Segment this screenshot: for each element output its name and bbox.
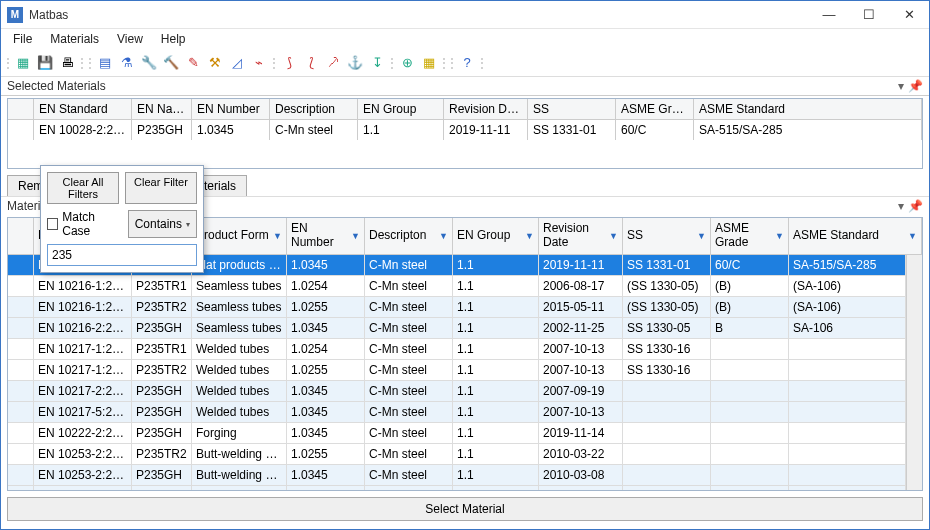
- filter-icon[interactable]: ▼: [775, 231, 784, 241]
- filter-icon[interactable]: ▼: [439, 231, 448, 241]
- cell: [789, 339, 906, 359]
- col-en-group[interactable]: EN Group▼: [453, 218, 539, 254]
- cell: [789, 381, 906, 401]
- panel-dropdown-icon[interactable]: ▾: [898, 79, 904, 93]
- table-row[interactable]: EN 10216-1:2013P235TR1Seamless tubes1.02…: [8, 276, 906, 297]
- cell: [789, 486, 906, 490]
- row-handle: [8, 255, 34, 275]
- table-row[interactable]: EN 10253-2:2007P235TR2Butt-welding pipe …: [8, 444, 906, 465]
- sel-col-en-standard[interactable]: EN Standard: [34, 99, 132, 119]
- angle-icon[interactable]: ◿: [227, 53, 247, 73]
- clear-filter-button[interactable]: Clear Filter: [125, 172, 197, 204]
- sel-col-description[interactable]: Description: [270, 99, 358, 119]
- col-ss[interactable]: SS▼: [623, 218, 711, 254]
- toolbar-grip-3-icon: ⋮: [449, 53, 455, 73]
- cell: Bar: [192, 486, 287, 490]
- materials-panel-dropdown-icon[interactable]: ▾: [898, 199, 904, 213]
- cell: C-Mn steel: [365, 255, 453, 275]
- cell: EN 10222-2:2017: [34, 423, 132, 443]
- sel-cell-en-standard: EN 10028-2:2017: [34, 120, 132, 140]
- menu-file[interactable]: File: [5, 30, 40, 48]
- materials-panel-pin-icon[interactable]: 📌: [908, 199, 923, 213]
- cell: 1.1: [453, 423, 539, 443]
- row-handle: [8, 381, 34, 401]
- selected-materials-panel-header: Selected Materials ▾ 📌: [1, 77, 929, 96]
- menu-view[interactable]: View: [109, 30, 151, 48]
- table-row[interactable]: EN 10217-5:2005P235GHWelded tubes1.0345C…: [8, 402, 906, 423]
- filter-icon[interactable]: ▼: [525, 231, 534, 241]
- menu-materials[interactable]: Materials: [42, 30, 107, 48]
- table-row[interactable]: EN 10273:2016P235GHBar1.0345C-Mn steel1.…: [8, 486, 906, 490]
- cell: 2002-11-25: [539, 318, 623, 338]
- cell: EN 10217-1:2005: [34, 339, 132, 359]
- sel-col-asme-standard[interactable]: ASME Standard: [694, 99, 922, 119]
- selected-grid-row[interactable]: EN 10028-2:2017 P235GH 1.0345 C-Mn steel…: [8, 120, 922, 140]
- stairs-icon[interactable]: ⌁: [249, 53, 269, 73]
- cell: SA-515/SA-285: [789, 255, 906, 275]
- col-asme-grade[interactable]: ASME Grade▼: [711, 218, 789, 254]
- panel-pin-icon[interactable]: 📌: [908, 79, 923, 93]
- col-asme-standard[interactable]: ASME Standard▼: [789, 218, 922, 254]
- filter-value-input[interactable]: [47, 244, 197, 266]
- filter-icon[interactable]: ▼: [351, 231, 360, 241]
- sel-col-ss[interactable]: SS: [528, 99, 616, 119]
- table-row[interactable]: EN 10216-2:2013P235GHSeamless tubes1.034…: [8, 318, 906, 339]
- cell: C-Mn steel: [365, 318, 453, 338]
- yellow-square-icon[interactable]: ▦: [419, 53, 439, 73]
- cell: [789, 402, 906, 422]
- cell: [711, 402, 789, 422]
- sel-col-en-number[interactable]: EN Number: [192, 99, 270, 119]
- col-revision-date[interactable]: Revision Date▼: [539, 218, 623, 254]
- filter-icon[interactable]: ▼: [697, 231, 706, 241]
- table-row[interactable]: EN 10253-2:2007P235GHButt-welding pipe f…: [8, 465, 906, 486]
- print-icon[interactable]: 🖶: [57, 53, 77, 73]
- vertical-scrollbar[interactable]: [906, 255, 922, 490]
- col-description[interactable]: Descripton▼: [365, 218, 453, 254]
- selected-grid-header: EN Standard EN Name EN Number Descriptio…: [8, 99, 922, 120]
- filter-icon[interactable]: ▼: [273, 231, 282, 241]
- cell: [789, 360, 906, 380]
- hammer-icon[interactable]: ⚒: [205, 53, 225, 73]
- bolt-3-icon[interactable]: ⸕: [323, 53, 343, 73]
- tool-2-icon[interactable]: 🔨: [161, 53, 181, 73]
- filter-icon[interactable]: ▼: [908, 231, 917, 241]
- anchor-icon[interactable]: ⚓: [345, 53, 365, 73]
- sel-col-blank[interactable]: [8, 99, 34, 119]
- cell: [711, 339, 789, 359]
- cell: SS 1331-01: [623, 486, 711, 490]
- close-button[interactable]: ✕: [889, 1, 929, 29]
- minimize-button[interactable]: —: [809, 1, 849, 29]
- table-row[interactable]: EN 10217-2:2005P235GHWelded tubes1.0345C…: [8, 381, 906, 402]
- flask-icon[interactable]: ⚗: [117, 53, 137, 73]
- maximize-button[interactable]: ☐: [849, 1, 889, 29]
- document-icon[interactable]: ▤: [95, 53, 115, 73]
- sel-col-en-group[interactable]: EN Group: [358, 99, 444, 119]
- sel-col-asme-grade[interactable]: ASME Grade: [616, 99, 694, 119]
- arrow-down-icon[interactable]: ↧: [367, 53, 387, 73]
- cell: Seamless tubes: [192, 318, 287, 338]
- col-blank[interactable]: [8, 218, 34, 254]
- tool-3-icon[interactable]: ✎: [183, 53, 203, 73]
- filter-mode-dropdown[interactable]: Contains ▾: [128, 210, 197, 238]
- table-row[interactable]: EN 10217-1:2005P235TR1Welded tubes1.0254…: [8, 339, 906, 360]
- sel-col-revision-date[interactable]: Revision Date: [444, 99, 528, 119]
- match-case-checkbox[interactable]: Match Case: [47, 210, 122, 238]
- globe-icon[interactable]: ⊕: [397, 53, 417, 73]
- menu-help[interactable]: Help: [153, 30, 194, 48]
- grid-icon[interactable]: ▦: [13, 53, 33, 73]
- materials-grid-body[interactable]: EN 10028-2:2017P235GHFlat products - pla…: [8, 255, 906, 490]
- sel-col-en-name[interactable]: EN Name: [132, 99, 192, 119]
- table-row[interactable]: EN 10222-2:2017P235GHForging1.0345C-Mn s…: [8, 423, 906, 444]
- bolt-1-icon[interactable]: ⟆: [279, 53, 299, 73]
- select-material-button[interactable]: Select Material: [7, 497, 923, 521]
- table-row[interactable]: EN 10217-1:2005P235TR2Welded tubes1.0255…: [8, 360, 906, 381]
- clear-all-filters-button[interactable]: Clear All Filters: [47, 172, 119, 204]
- col-product-form[interactable]: Product Form▼: [192, 218, 287, 254]
- help-icon[interactable]: ?: [457, 53, 477, 73]
- save-icon[interactable]: 💾: [35, 53, 55, 73]
- table-row[interactable]: EN 10216-1:2013P235TR2Seamless tubes1.02…: [8, 297, 906, 318]
- bolt-2-icon[interactable]: ⟅: [301, 53, 321, 73]
- col-en-number[interactable]: EN Number▼: [287, 218, 365, 254]
- filter-icon[interactable]: ▼: [609, 231, 618, 241]
- tool-1-icon[interactable]: 🔧: [139, 53, 159, 73]
